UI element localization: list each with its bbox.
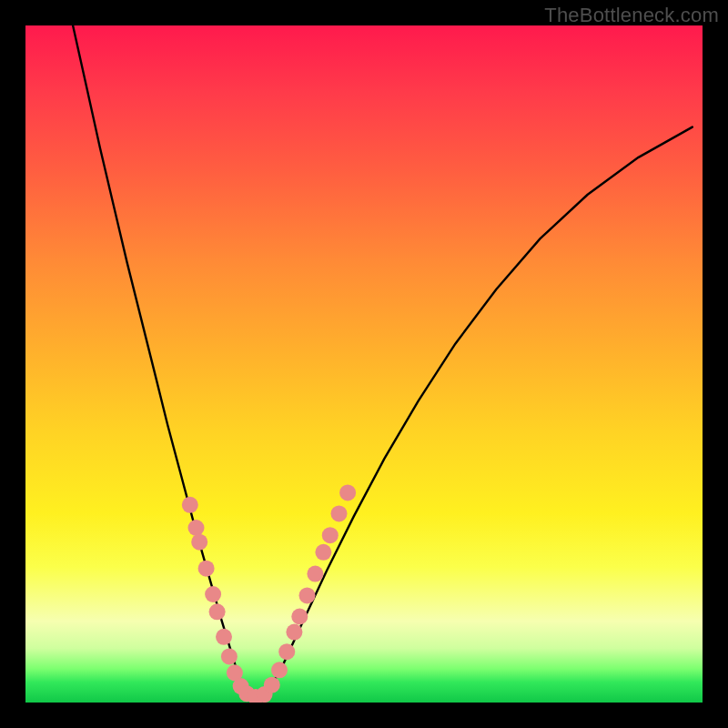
data-marker <box>198 561 215 577</box>
curve-group <box>73 25 693 699</box>
watermark-text: TheBottleneck.com <box>544 4 719 27</box>
chart-svg <box>25 25 703 703</box>
data-marker <box>278 643 295 660</box>
data-marker <box>209 603 226 620</box>
marker-group <box>182 484 356 703</box>
data-marker <box>315 544 331 561</box>
data-marker <box>191 534 207 551</box>
chart-frame: TheBottleneck.com <box>0 0 728 728</box>
plot-area <box>25 25 703 703</box>
data-marker <box>205 586 221 602</box>
data-marker <box>291 609 308 625</box>
data-marker <box>182 497 198 513</box>
data-marker <box>221 648 238 664</box>
data-marker <box>307 566 323 582</box>
data-marker <box>216 629 232 645</box>
data-marker <box>331 505 348 521</box>
data-marker <box>286 624 302 641</box>
data-marker <box>322 527 339 543</box>
data-marker <box>299 587 316 603</box>
data-marker <box>271 662 288 678</box>
curve-right-branch <box>266 127 693 696</box>
data-marker <box>339 484 356 500</box>
data-marker <box>188 520 205 536</box>
data-marker <box>264 677 280 693</box>
